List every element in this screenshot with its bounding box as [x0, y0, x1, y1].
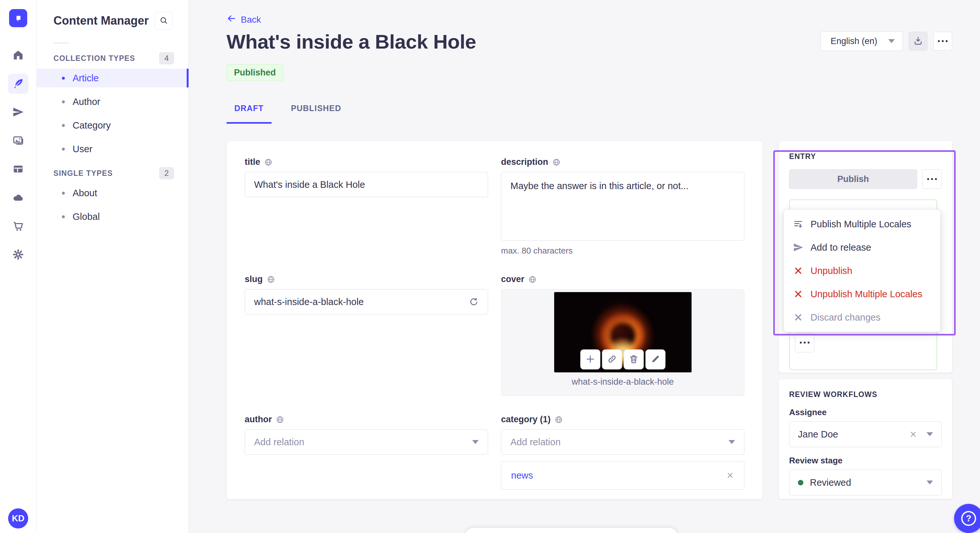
help-button[interactable]: ? — [954, 504, 980, 533]
strapi-logo[interactable] — [9, 9, 27, 27]
status-badge: Published — [226, 64, 283, 81]
sidebar-item-author[interactable]: Author — [37, 92, 188, 111]
sidebar-item-about[interactable]: About — [37, 184, 188, 202]
menu-item-unpublish-multiple-locales[interactable]: Unpublish Multiple Locales — [784, 282, 940, 306]
nav-media-library-button[interactable] — [8, 131, 28, 151]
gear-icon — [12, 249, 24, 261]
collection-types-list: Article Author Category User — [37, 69, 188, 159]
title-input-value: What's inside a Black Hole — [254, 179, 365, 190]
sidebar-item-label: Category — [73, 120, 111, 131]
regenerate-icon[interactable] — [469, 297, 479, 307]
sidebar-item-label: Global — [73, 211, 100, 222]
assignee-select[interactable]: Jane Doe — [789, 421, 942, 447]
nav-marketplace-button[interactable] — [8, 216, 28, 236]
category-relation-select[interactable]: Add relation — [501, 429, 745, 455]
single-types-list: About Global — [37, 184, 188, 226]
release-more-button[interactable] — [795, 333, 815, 352]
export-button[interactable] — [909, 32, 928, 51]
globe-icon — [555, 416, 563, 424]
globe-icon — [552, 158, 561, 167]
cover-copy-link-button[interactable] — [602, 349, 622, 370]
description-field: description Maybe the answer is in this … — [501, 157, 745, 256]
cart-icon — [12, 220, 24, 233]
nav-settings-button[interactable] — [8, 245, 28, 265]
cloud-icon — [12, 192, 24, 204]
bullet-icon — [62, 192, 65, 195]
bullet-icon — [62, 124, 65, 127]
cover-label: cover — [501, 274, 524, 284]
home-icon — [12, 49, 24, 62]
review-stage-select[interactable]: Reviewed — [789, 470, 942, 495]
content-manager-sidebar: Content Manager COLLECTION TYPES 4 Artic… — [37, 0, 189, 533]
slug-input[interactable]: what-s-inside-a-black-hole — [245, 289, 488, 314]
media-icon — [12, 135, 24, 148]
menu-item-unpublish[interactable]: Unpublish — [784, 259, 940, 282]
nav-content-type-builder-button[interactable] — [8, 159, 28, 179]
description-textarea[interactable]: Maybe the answer is in this article, or … — [501, 172, 745, 241]
cover-delete-button[interactable] — [624, 349, 644, 370]
author-placeholder: Add relation — [254, 437, 304, 447]
category-label: category (1) — [501, 414, 550, 425]
x-icon — [793, 289, 803, 299]
header-more-button[interactable] — [933, 32, 952, 51]
back-link[interactable]: Back — [226, 14, 261, 25]
assignee-value: Jane Doe — [798, 429, 909, 440]
nav-content-manager-button[interactable] — [8, 74, 28, 94]
menu-item-discard-changes[interactable]: Discard changes — [784, 306, 940, 329]
search-button[interactable] — [154, 12, 173, 30]
sidebar-item-label: About — [73, 188, 97, 198]
nav-releases-button[interactable] — [8, 102, 28, 122]
slug-label: slug — [245, 274, 263, 284]
collection-types-header: COLLECTION TYPES 4 — [37, 50, 188, 67]
locale-value: English (en) — [830, 36, 877, 46]
stage-status-dot — [798, 480, 803, 485]
collection-types-count: 4 — [159, 52, 174, 65]
title-input[interactable]: What's inside a Black Hole — [245, 172, 488, 197]
sidebar-item-category[interactable]: Category — [37, 116, 188, 135]
download-icon — [913, 36, 923, 47]
sidebar-item-global[interactable]: Global — [37, 207, 188, 226]
category-placeholder: Add relation — [511, 437, 561, 447]
globe-icon — [267, 275, 275, 284]
nav-home-button[interactable] — [8, 45, 28, 65]
sidebar-item-user[interactable]: User — [37, 140, 188, 159]
title-field: title What's inside a Black Hole — [245, 157, 488, 197]
x-icon — [793, 312, 803, 322]
more-icon — [799, 342, 810, 344]
chevron-down-icon — [926, 432, 933, 436]
main-nav: KD — [0, 0, 37, 533]
author-relation-select[interactable]: Add relation — [245, 429, 488, 455]
tab-draft[interactable]: DRAFT — [226, 100, 272, 116]
review-stage-label: Review stage — [789, 455, 942, 466]
menu-item-add-to-release[interactable]: Add to release — [784, 236, 940, 259]
search-icon — [159, 16, 168, 26]
description-helper: max. 80 characters — [501, 246, 745, 256]
remove-relation-icon[interactable] — [726, 471, 734, 479]
entry-more-button[interactable] — [922, 169, 942, 189]
menu-item-publish-multiple-locales[interactable]: Publish Multiple Locales — [784, 213, 940, 236]
sidebar-item-label: User — [73, 144, 92, 154]
menu-item-label: Discard changes — [810, 312, 880, 323]
collection-types-label: COLLECTION TYPES — [54, 54, 135, 63]
sidebar-item-article[interactable]: Article — [37, 69, 188, 87]
menu-item-label: Unpublish — [810, 265, 852, 276]
cover-add-button[interactable] — [580, 349, 600, 370]
publish-button[interactable]: Publish — [789, 169, 917, 189]
clear-assignee-icon[interactable] — [909, 430, 918, 438]
cover-edit-button[interactable] — [645, 349, 665, 370]
relation-link-news[interactable]: news — [511, 470, 533, 481]
nav-icon-list — [8, 45, 28, 265]
entry-panel-title: ENTRY — [789, 152, 942, 161]
nav-cloud-button[interactable] — [8, 188, 28, 208]
more-icon — [926, 178, 938, 180]
locale-select[interactable]: English (en) — [821, 32, 903, 51]
bullet-icon — [62, 77, 65, 80]
avatar[interactable]: KD — [8, 508, 28, 528]
description-value: Maybe the answer is in this article, or … — [511, 181, 689, 191]
strapi-logo-icon — [13, 13, 24, 24]
menu-item-label: Publish Multiple Locales — [810, 219, 911, 230]
tab-published[interactable]: PUBLISHED — [283, 100, 349, 116]
more-icon — [937, 40, 948, 42]
x-icon — [793, 265, 803, 276]
paper-plane-icon — [12, 106, 24, 119]
